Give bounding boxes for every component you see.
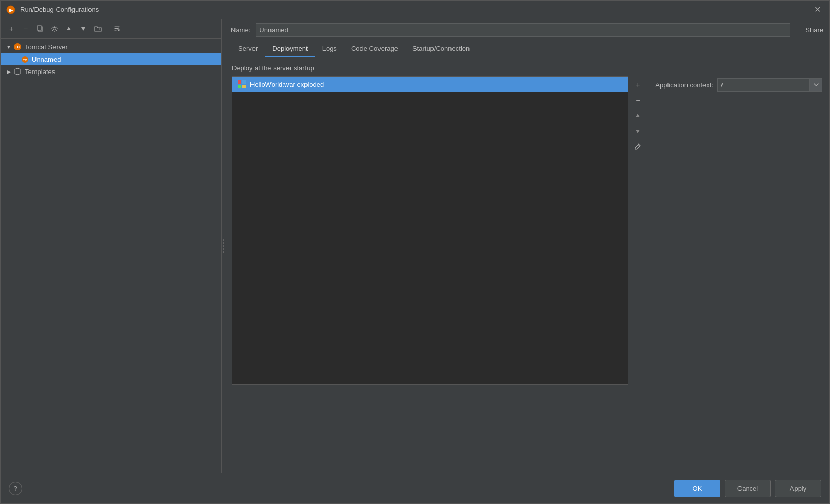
tab-code-coverage[interactable]: Code Coverage — [344, 41, 405, 57]
ok-button[interactable]: OK — [674, 480, 720, 497]
svg-text:+: + — [99, 27, 101, 31]
title-bar: ▶ Run/Debug Configurations ✕ — [1, 1, 829, 19]
svg-rect-11 — [242, 80, 246, 84]
svg-rect-3 — [37, 26, 42, 30]
tomcat-icon: TC — [13, 42, 22, 51]
templates-group-label: Templates — [25, 68, 55, 76]
unnamed-config-label: Unnamed — [32, 56, 61, 63]
deploy-item-label: HelloWorld:war exploded — [250, 81, 324, 88]
share-area: Share — [796, 26, 823, 34]
bottom-right: OK Cancel Apply — [674, 480, 821, 497]
tomcat-server-group[interactable]: ▼ TC Tomcat Server — [1, 41, 221, 53]
tab-content-deployment: Deploy at the server startup — [225, 57, 829, 473]
app-context-dropdown — [717, 78, 822, 92]
deploy-edit-button[interactable] — [631, 140, 644, 153]
app-context-dropdown-button[interactable] — [810, 78, 822, 92]
app-context-area: Application context: — [655, 78, 822, 92]
deploy-item-icon — [237, 79, 247, 89]
add-folder-button[interactable]: + — [91, 22, 104, 35]
bottom-left: ? — [9, 482, 22, 495]
svg-rect-10 — [238, 80, 241, 84]
templates-group[interactable]: ▶ Templates — [1, 65, 221, 78]
settings-config-button[interactable] — [48, 22, 61, 35]
tab-server[interactable]: Server — [231, 41, 265, 57]
config-toolbar: + − — [1, 19, 221, 39]
run-debug-dialog: ▶ Run/Debug Configurations ✕ + − — [0, 0, 830, 504]
cancel-button[interactable]: Cancel — [725, 480, 771, 497]
deploy-down-button[interactable] — [631, 124, 644, 138]
right-panel: Name: Share Server Deployment Logs Code … — [225, 19, 829, 473]
move-down-button[interactable] — [77, 22, 90, 35]
unnamed-config-item[interactable]: TC Unnamed — [1, 53, 221, 65]
name-input[interactable] — [256, 23, 790, 37]
svg-text:TC: TC — [15, 45, 20, 49]
deploy-area: HelloWorld:war exploded + − — [232, 76, 822, 385]
help-button[interactable]: ? — [9, 482, 22, 495]
app-icon: ▶ — [6, 5, 16, 15]
copy-config-button[interactable] — [33, 22, 47, 35]
add-config-button[interactable]: + — [5, 22, 18, 35]
svg-point-4 — [53, 27, 56, 30]
tomcat-group-label: Tomcat Server — [25, 43, 68, 51]
deploy-up-button[interactable] — [631, 109, 644, 122]
svg-rect-13 — [242, 85, 246, 88]
tab-logs[interactable]: Logs — [315, 41, 344, 57]
remove-config-button[interactable]: − — [19, 22, 32, 35]
tomcat-toggle: ▼ — [5, 43, 13, 51]
templates-toggle: ▶ — [5, 67, 13, 76]
move-up-button[interactable] — [62, 22, 76, 35]
deploy-actions: + − — [628, 76, 647, 385]
templates-icon — [13, 67, 22, 76]
svg-rect-12 — [238, 85, 241, 88]
deploy-section-label: Deploy at the server startup — [232, 64, 822, 72]
config-tree: ▼ TC Tomcat Server TC — [1, 39, 221, 473]
splitter-dot-1 — [223, 239, 224, 241]
close-button[interactable]: ✕ — [810, 3, 824, 17]
app-context-input[interactable] — [717, 78, 810, 92]
deploy-remove-button[interactable]: − — [631, 94, 644, 107]
sort-button[interactable] — [110, 22, 123, 35]
app-context-label: Application context: — [655, 81, 713, 89]
main-content: + − — [1, 19, 829, 473]
splitter-dot-5 — [223, 251, 224, 253]
share-checkbox[interactable] — [796, 27, 802, 33]
splitter-dot-2 — [223, 242, 224, 244]
toolbar-separator — [107, 24, 107, 34]
splitter-dot-3 — [223, 245, 224, 247]
apply-button[interactable]: Apply — [775, 480, 821, 497]
svg-text:▶: ▶ — [9, 8, 13, 13]
window-title: Run/Debug Configurations — [20, 6, 810, 13]
svg-text:TC: TC — [23, 58, 27, 61]
deploy-list: HelloWorld:war exploded — [232, 76, 628, 385]
deploy-add-button[interactable]: + — [631, 78, 644, 92]
deploy-item-helloworld[interactable]: HelloWorld:war exploded — [232, 77, 628, 92]
tab-deployment[interactable]: Deployment — [265, 41, 315, 57]
bottom-bar: ? OK Cancel Apply — [1, 473, 829, 503]
splitter-dot-4 — [223, 248, 224, 250]
name-row: Name: Share — [225, 19, 829, 41]
left-panel: + − — [1, 19, 222, 473]
tabs-bar: Server Deployment Logs Code Coverage Sta… — [225, 41, 829, 57]
share-label: Share — [805, 26, 823, 34]
tab-startup-connection[interactable]: Startup/Connection — [405, 41, 477, 57]
unnamed-config-icon: TC — [20, 55, 29, 64]
name-label: Name: — [231, 26, 250, 34]
